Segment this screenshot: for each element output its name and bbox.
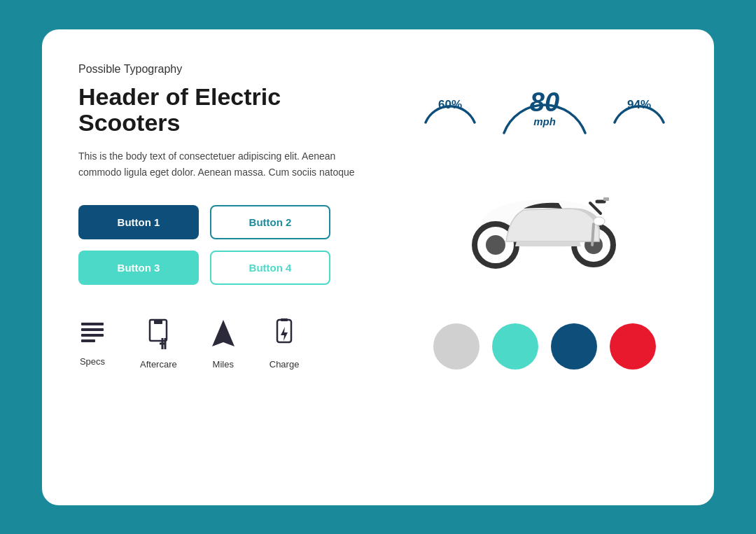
button-2[interactable]: Button 2 xyxy=(210,205,330,239)
aftercare-icon xyxy=(144,318,172,353)
icon-item-miles: Miles xyxy=(211,318,236,370)
aftercare-label: Aftercare xyxy=(140,359,177,370)
scooter-image xyxy=(447,147,643,273)
gauge-center-unit: mph xyxy=(530,115,559,127)
miles-label: Miles xyxy=(213,359,234,370)
gauge-center-value: 80 xyxy=(530,89,559,115)
icons-row: Specs Aftercare xyxy=(78,318,384,370)
main-card: Possible Typography Header of Electric S… xyxy=(42,29,714,505)
gauge-right: 94% xyxy=(608,84,671,126)
swatch-navy xyxy=(551,323,597,370)
swatch-gray xyxy=(433,323,479,370)
gauges-row: 60% 80 mph 94% xyxy=(412,70,678,140)
body-text: This is the body text of consectetuer ad… xyxy=(78,148,358,180)
buttons-grid: Button 1 Button 2 Button 3 Button 4 xyxy=(78,205,330,285)
miles-icon xyxy=(211,318,236,353)
svg-rect-0 xyxy=(81,323,104,325)
gauge-left: 60% xyxy=(419,84,482,126)
charge-icon xyxy=(272,318,297,353)
svg-line-19 xyxy=(592,224,594,245)
button-4[interactable]: Button 4 xyxy=(210,251,330,285)
icon-item-specs: Specs xyxy=(78,318,106,367)
typography-label: Possible Typography xyxy=(78,63,384,76)
main-header: Header of Electric Scooters xyxy=(78,84,384,136)
specs-label: Specs xyxy=(80,356,105,367)
svg-rect-5 xyxy=(154,320,162,324)
gauge-center-content: 80 mph xyxy=(530,89,559,127)
charge-label: Charge xyxy=(270,359,300,370)
swatches-row xyxy=(433,323,656,370)
specs-icon xyxy=(78,318,106,351)
button-1[interactable]: Button 1 xyxy=(78,205,199,239)
right-panel: 60% 80 mph 94% xyxy=(412,63,678,370)
button-3[interactable]: Button 3 xyxy=(78,251,199,285)
scooter-container xyxy=(412,147,678,273)
swatch-teal xyxy=(492,323,538,370)
gauge-center: 80 mph xyxy=(496,70,594,140)
icon-item-charge: Charge xyxy=(270,318,300,370)
svg-rect-3 xyxy=(81,339,95,342)
svg-rect-18 xyxy=(603,197,609,201)
svg-rect-2 xyxy=(81,334,104,337)
icon-item-aftercare: Aftercare xyxy=(140,318,177,370)
gauge-right-value: 94% xyxy=(627,98,651,112)
svg-rect-10 xyxy=(281,318,288,321)
swatch-red xyxy=(610,323,656,370)
svg-point-13 xyxy=(486,235,505,255)
svg-rect-1 xyxy=(81,328,104,331)
svg-point-20 xyxy=(594,217,605,225)
left-panel: Possible Typography Header of Electric S… xyxy=(78,63,384,370)
gauge-left-value: 60% xyxy=(438,98,462,112)
